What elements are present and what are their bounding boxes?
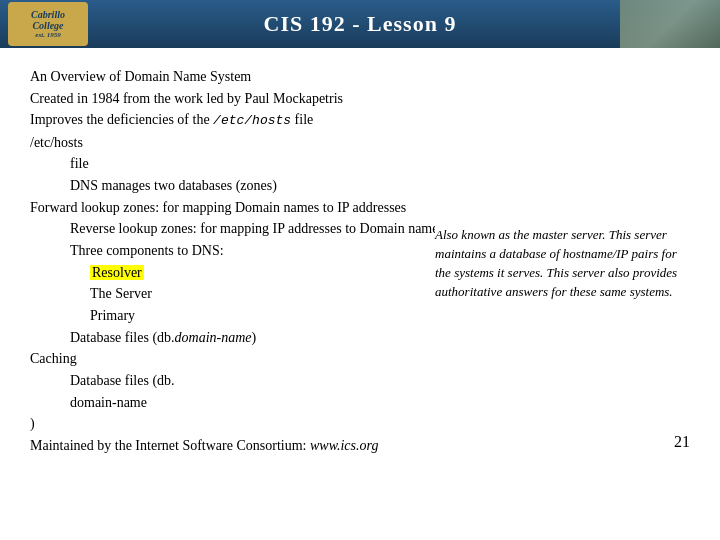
callout-box: Also known as the master server. This se… (435, 226, 690, 301)
db-files-text2: ) (252, 330, 257, 345)
line-improves-text2: file (291, 112, 313, 127)
line-improves-text1: Improves the deficiencies of the (30, 112, 213, 127)
line-three-text: Forward lookup zones: for mapping Domain… (30, 200, 406, 215)
maintained-text1: Maintained by the Internet Software Cons… (30, 438, 310, 453)
line-recursive-text: Database files (db. (70, 373, 175, 388)
line-most-popular: ) (30, 413, 690, 435)
line-recursive: Database files (db. (70, 370, 690, 392)
etc-hosts: /etc/hosts (213, 113, 291, 128)
db-domain-name: domain-name (175, 330, 252, 345)
line-overview: An Overview of Domain Name System (30, 66, 690, 88)
ics-url: www.ics.org (310, 438, 378, 453)
page-number: 21 (674, 430, 690, 455)
line-created-text: Created in 1984 from the work led by Pau… (30, 91, 343, 106)
line-caching-text: Primary (90, 308, 135, 323)
line-resolver-text: Reverse lookup zones: for mapping IP add… (70, 221, 444, 236)
line-iterative-text: domain-name (70, 395, 147, 410)
line-improves: Improves the deficiencies of the /etc/ho… (30, 109, 690, 131)
line-iterative: domain-name (70, 392, 690, 414)
header-photo (620, 0, 720, 48)
line-secondary-text: The Server (90, 286, 152, 301)
logo-text: CabrilloCollege (31, 9, 65, 31)
line-maintained: Maintained by the Internet Software Cons… (30, 435, 690, 457)
line-supports: Caching (30, 348, 690, 370)
college-logo: CabrilloCollege est. 1959 (8, 2, 88, 46)
primary-highlight: Resolver (90, 265, 144, 280)
callout-text: Also known as the master server. This se… (435, 227, 677, 299)
line-forward-text: file (70, 156, 89, 171)
line-db-files: Database files (db.domain-name) (70, 327, 690, 349)
line-most-popular-text: ) (30, 416, 35, 431)
line-three-components: Forward lookup zones: for mapping Domain… (30, 197, 690, 219)
line-created: Created in 1984 from the work led by Pau… (30, 88, 690, 110)
line-overview-text: An Overview of Domain Name System (30, 69, 251, 84)
line-supports-text: Caching (30, 351, 77, 366)
line-forward: file (70, 153, 690, 175)
logo-est: est. 1959 (35, 31, 60, 39)
line-reverse-text: DNS manages two databases (zones) (70, 178, 277, 193)
line-dns-text: /etc/hosts (30, 135, 83, 150)
line-reverse: DNS manages two databases (zones) (70, 175, 690, 197)
slide-title: CIS 192 - Lesson 9 (264, 11, 457, 37)
line-server-text: Three components to DNS: (70, 243, 224, 258)
db-files-text1: Database files (db. (70, 330, 175, 345)
header: CabrilloCollege est. 1959 CIS 192 - Less… (0, 0, 720, 48)
line-caching: Primary (90, 305, 690, 327)
line-dns-manages: /etc/hosts (30, 132, 690, 154)
slide-content: Also known as the master server. This se… (0, 48, 720, 467)
